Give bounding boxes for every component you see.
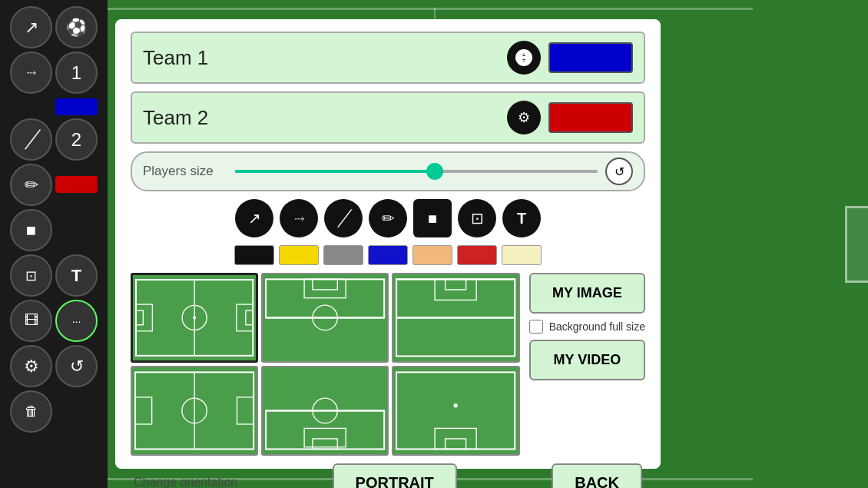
dotted-arrow-icon[interactable]: ⤑ bbox=[10, 51, 52, 94]
svg-rect-36 bbox=[393, 369, 518, 452]
portrait-button[interactable]: PORTRAIT bbox=[333, 463, 457, 488]
sidebar-row-1: ↗ ⚽ bbox=[5, 6, 103, 48]
team2-settings-button[interactable]: ⚙ bbox=[507, 101, 541, 134]
players-size-row: Players size ↺ bbox=[131, 151, 645, 191]
color-yellow[interactable] bbox=[279, 245, 319, 265]
field-option-5[interactable] bbox=[261, 366, 389, 456]
svg-point-7 bbox=[193, 316, 196, 319]
bottom-bar: Change orientation PORTRAIT BACK bbox=[131, 463, 645, 488]
settings-modal: Team 1 ⚙ Team 2 ⚙ Players size bbox=[115, 19, 661, 469]
players-size-slider-track[interactable] bbox=[235, 170, 598, 173]
my-image-button[interactable]: MY IMAGE bbox=[529, 273, 645, 314]
team1-settings-button[interactable]: ⚙ bbox=[507, 41, 541, 75]
bg-full-size-label: Background full size bbox=[549, 320, 645, 333]
sidebar-row-6: ⊡ T bbox=[5, 254, 103, 297]
my-video-button[interactable]: MY VIDEO bbox=[529, 340, 645, 380]
field-option-1[interactable] bbox=[131, 273, 258, 363]
select-tool-button[interactable]: ⊡ bbox=[458, 199, 496, 237]
team2-name: Team 2 bbox=[143, 106, 208, 130]
slider-thumb[interactable] bbox=[426, 163, 443, 180]
sidebar-row-3: ╱ 2 bbox=[5, 118, 103, 161]
team2-color-button[interactable] bbox=[548, 102, 633, 133]
svg-text:⚙: ⚙ bbox=[519, 51, 529, 64]
arrow-tool-button[interactable]: ↗ bbox=[235, 199, 273, 237]
back-button[interactable]: BACK bbox=[552, 463, 642, 488]
sidebar-row-4: ✏ bbox=[5, 164, 103, 206]
change-orientation-label: Change orientation bbox=[134, 476, 237, 488]
arrow-icon[interactable]: ↗ bbox=[10, 6, 52, 48]
sidebar-row-color1 bbox=[5, 97, 103, 115]
bg-full-size-row: Background full size bbox=[529, 320, 645, 334]
more-icon[interactable]: ··· bbox=[55, 300, 98, 342]
pencil-tool-button[interactable]: ✏ bbox=[369, 199, 407, 237]
team1-controls: ⚙ bbox=[507, 41, 633, 75]
undo-icon[interactable]: ↺ bbox=[55, 345, 98, 387]
players-size-reset-button[interactable]: ↺ bbox=[605, 158, 633, 185]
film-icon[interactable]: 🎞 bbox=[10, 300, 52, 342]
sidebar-row-7: 🎞 ··· bbox=[5, 300, 103, 342]
sidebar-row-9: 🗑 bbox=[5, 390, 103, 433]
soccer-ball-icon[interactable]: ⚽ bbox=[55, 6, 98, 48]
team1-name: Team 1 bbox=[143, 46, 208, 70]
pencil-icon[interactable]: ✏ bbox=[10, 164, 52, 206]
sidebar-row-2: ⤑ 1 bbox=[5, 51, 103, 94]
field-option-6[interactable] bbox=[392, 366, 519, 456]
color-gray[interactable] bbox=[323, 245, 363, 265]
color-red[interactable] bbox=[457, 245, 497, 265]
square-icon[interactable]: ■ bbox=[10, 209, 52, 251]
line-icon[interactable]: ╱ bbox=[10, 118, 52, 161]
tools-row: ↗ ⤑ ╱ ✏ ■ ⊡ T bbox=[131, 199, 645, 237]
bottom-section: MY IMAGE Background full size MY VIDEO bbox=[131, 273, 645, 456]
right-field-area bbox=[753, 0, 868, 488]
sidebar: ↗ ⚽ ⤑ 1 ╱ 2 ✏ ■ ⊡ T 🎞 ··· ⚙ ↺ 🗑 bbox=[0, 0, 108, 488]
field-option-2[interactable] bbox=[261, 273, 389, 363]
slider-fill bbox=[235, 170, 435, 173]
color-strip-blue[interactable] bbox=[55, 98, 98, 115]
colors-row bbox=[131, 245, 645, 265]
team2-row: Team 2 ⚙ bbox=[131, 91, 645, 144]
team1-row: Team 1 ⚙ bbox=[131, 32, 645, 84]
select-icon[interactable]: ⊡ bbox=[10, 254, 52, 297]
color-strip-red[interactable] bbox=[55, 176, 98, 193]
right-goal bbox=[845, 206, 868, 283]
color-blue[interactable] bbox=[368, 245, 408, 265]
color-orange[interactable] bbox=[412, 245, 452, 265]
color-black[interactable] bbox=[234, 245, 274, 265]
trash-icon[interactable]: 🗑 bbox=[10, 390, 52, 433]
text-tool-button[interactable]: T bbox=[502, 199, 541, 237]
number1-icon[interactable]: 1 bbox=[55, 51, 98, 94]
settings-icon: ⚙ bbox=[515, 48, 533, 67]
settings-icon[interactable]: ⚙ bbox=[10, 345, 52, 387]
color-cream[interactable] bbox=[502, 245, 542, 265]
square-tool-button[interactable]: ■ bbox=[413, 199, 452, 237]
field-option-4[interactable] bbox=[131, 366, 258, 456]
fields-grid bbox=[131, 273, 520, 456]
line-tool-button[interactable]: ╱ bbox=[324, 199, 363, 237]
bg-full-size-checkbox[interactable] bbox=[529, 320, 543, 334]
right-panel: MY IMAGE Background full size MY VIDEO bbox=[529, 273, 645, 456]
sidebar-row-5: ■ bbox=[5, 209, 103, 251]
dotted-arrow-tool-button[interactable]: ⤑ bbox=[280, 199, 318, 237]
team2-controls: ⚙ bbox=[507, 101, 633, 134]
text-icon[interactable]: T bbox=[55, 254, 98, 297]
svg-text:⚙: ⚙ bbox=[518, 110, 530, 125]
svg-point-40 bbox=[454, 403, 458, 407]
field-option-3[interactable] bbox=[392, 273, 519, 363]
team1-color-button[interactable] bbox=[548, 42, 633, 73]
players-size-label: Players size bbox=[143, 164, 227, 179]
settings2-icon: ⚙ bbox=[515, 108, 533, 127]
number2-icon[interactable]: 2 bbox=[55, 118, 98, 161]
sidebar-row-8: ⚙ ↺ bbox=[5, 345, 103, 387]
